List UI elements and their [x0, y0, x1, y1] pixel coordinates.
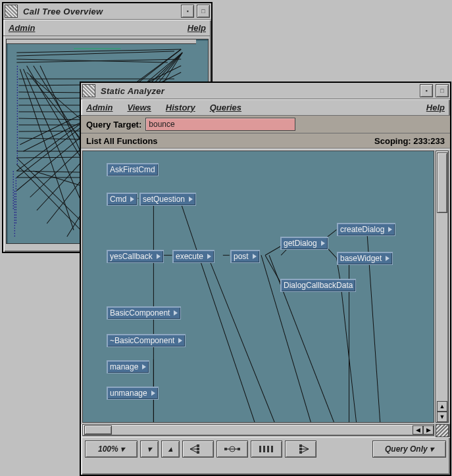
- scrollbar-thumb[interactable]: [437, 153, 447, 213]
- svg-rect-80: [299, 451, 302, 454]
- svg-rect-79: [299, 448, 302, 450]
- node-ask-first-cmd[interactable]: AskFirstCmd: [107, 163, 159, 176]
- window-menu-icon[interactable]: [82, 84, 95, 97]
- scrollbar-thumb[interactable]: [84, 425, 112, 435]
- node-yes-callback[interactable]: yesCallback: [107, 250, 164, 263]
- analyzer-menubar: Admin Views History Queries Help: [81, 99, 450, 116]
- expand-icon[interactable]: [130, 197, 134, 202]
- svg-line-55: [180, 199, 255, 422]
- layout-columns-button[interactable]: [251, 440, 282, 458]
- overview-menu-help[interactable]: Help: [188, 23, 206, 33]
- zoom-level-button[interactable]: 100% ▾: [85, 440, 138, 458]
- menu-admin[interactable]: Admin: [86, 103, 113, 112]
- resize-grip-icon[interactable]: [436, 424, 449, 437]
- scroll-left-icon[interactable]: ◀: [413, 425, 423, 435]
- vertical-scrollbar[interactable]: ▲ ▼: [436, 151, 449, 423]
- layout-tree-center-button[interactable]: [216, 440, 248, 458]
- menu-history[interactable]: History: [166, 103, 195, 112]
- node-tilde-basic-component[interactable]: ~BasicComponent: [107, 334, 186, 347]
- node-dialog-callback-data[interactable]: DialogCallbackData: [280, 279, 356, 292]
- svg-rect-70: [238, 448, 240, 450]
- node-basic-component[interactable]: BasicComponent: [107, 306, 181, 320]
- svg-line-46: [265, 246, 281, 255]
- graph-canvas[interactable]: AskFirstCmd Cmd setQuestion yesCallback …: [82, 151, 434, 423]
- expand-icon[interactable]: [386, 256, 389, 261]
- node-manage[interactable]: manage: [107, 360, 149, 373]
- minimize-button[interactable]: ▪: [420, 84, 433, 97]
- layout-tree-left-button[interactable]: [182, 440, 214, 458]
- query-target-input[interactable]: [145, 118, 295, 131]
- nav-down-button[interactable]: ▾: [140, 440, 159, 458]
- node-cmd[interactable]: Cmd: [107, 193, 138, 206]
- svg-line-54: [211, 262, 274, 422]
- svg-line-75: [302, 446, 309, 449]
- overview-menubar: Admin Help: [3, 20, 211, 36]
- list-all-functions-label: List All Functions: [86, 136, 158, 146]
- node-post[interactable]: post: [230, 250, 260, 263]
- expand-icon[interactable]: [388, 227, 392, 232]
- static-analyzer-window: Static Analyzer ▪ □ Admin Views History …: [80, 82, 451, 476]
- scroll-down-icon[interactable]: ▼: [437, 412, 447, 422]
- menu-queries[interactable]: Queries: [210, 103, 241, 112]
- svg-line-24: [16, 164, 87, 237]
- expand-icon[interactable]: [151, 391, 155, 396]
- svg-rect-69: [224, 448, 227, 450]
- minimize-button[interactable]: ▪: [181, 5, 194, 18]
- menu-views[interactable]: Views: [127, 103, 151, 112]
- svg-rect-64: [197, 444, 199, 447]
- expand-icon[interactable]: [253, 254, 257, 259]
- svg-rect-71: [259, 446, 261, 452]
- svg-rect-78: [299, 444, 302, 447]
- list-bar: List All Functions Scoping: 233:233: [81, 133, 450, 149]
- svg-rect-72: [263, 446, 265, 452]
- scroll-up-icon[interactable]: ▲: [437, 401, 447, 412]
- expand-icon[interactable]: [321, 241, 325, 246]
- scoping-text: Scoping: 233:233: [374, 136, 445, 146]
- expand-icon[interactable]: [157, 254, 161, 259]
- expand-icon[interactable]: [174, 310, 178, 316]
- overview-title: Call Tree Overview: [19, 7, 180, 16]
- bottom-toolbar: 100% ▾ ▾ ▴ Query Only ▾: [81, 437, 450, 460]
- node-get-dialog[interactable]: getDialog: [280, 237, 328, 250]
- svg-line-53: [340, 282, 356, 422]
- analyzer-titlebar[interactable]: Static Analyzer ▪ □: [81, 83, 450, 99]
- scroll-right-icon[interactable]: ▶: [423, 425, 434, 435]
- expand-icon[interactable]: [207, 254, 211, 259]
- node-execute[interactable]: execute: [172, 250, 214, 263]
- nav-up-button[interactable]: ▴: [161, 440, 180, 458]
- expand-icon[interactable]: [142, 364, 146, 369]
- analyzer-title: Static Analyzer: [97, 86, 418, 96]
- maximize-button[interactable]: □: [197, 5, 210, 18]
- svg-rect-73: [267, 446, 269, 452]
- expand-icon[interactable]: [189, 197, 193, 202]
- node-unmanage[interactable]: unmanage: [107, 387, 159, 400]
- svg-rect-65: [197, 448, 199, 450]
- svg-line-77: [302, 449, 309, 452]
- node-base-widget[interactable]: baseWidget: [337, 252, 393, 265]
- expand-icon[interactable]: [178, 338, 182, 343]
- node-create-dialog[interactable]: createDialog: [337, 223, 395, 236]
- menu-help[interactable]: Help: [426, 103, 445, 112]
- svg-line-61: [190, 446, 197, 449]
- maximize-button[interactable]: □: [436, 84, 449, 97]
- query-only-button[interactable]: Query Only ▾: [372, 440, 446, 458]
- horizontal-scrollbar[interactable]: ◀ ▶: [82, 424, 434, 436]
- svg-rect-74: [271, 446, 273, 452]
- query-target-label: Query Target:: [86, 120, 141, 130]
- layout-tree-right-button[interactable]: [285, 440, 316, 458]
- node-set-question[interactable]: setQuestion: [139, 193, 196, 206]
- svg-rect-66: [197, 451, 199, 454]
- svg-line-63: [190, 449, 197, 452]
- window-menu-icon[interactable]: [5, 5, 18, 18]
- query-bar: Query Target:: [81, 116, 450, 133]
- overview-menu-admin[interactable]: Admin: [9, 23, 35, 33]
- overview-titlebar[interactable]: Call Tree Overview ▪ □: [3, 3, 211, 20]
